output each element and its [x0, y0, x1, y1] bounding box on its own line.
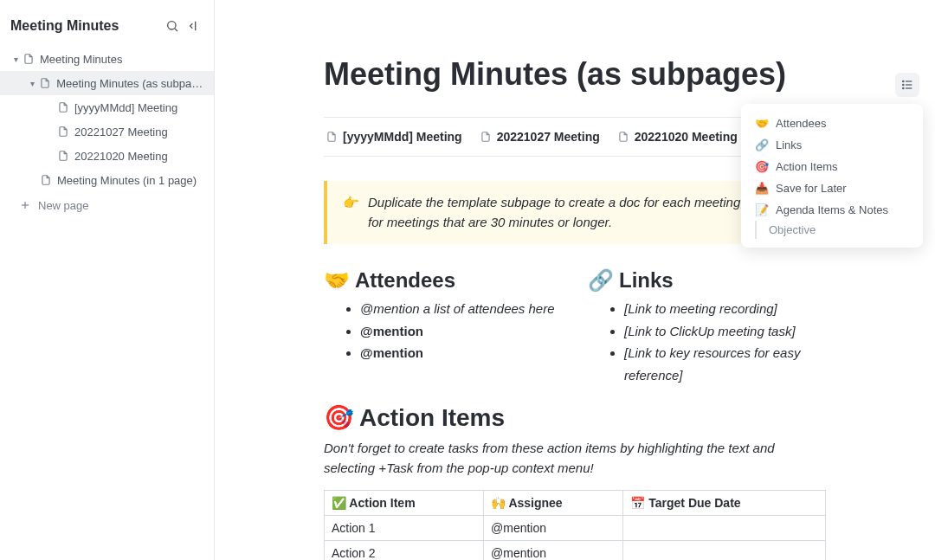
page-icon: [40, 174, 52, 186]
toggle-outline-button[interactable]: [895, 73, 919, 97]
list-item: @mention: [360, 342, 562, 364]
outline-subitem[interactable]: Objective: [755, 221, 918, 239]
sidebar-item[interactable]: ▾Meeting Minutes (as subpages): [0, 71, 214, 95]
chevron-icon[interactable]: ▾: [9, 55, 23, 64]
target-icon: 🎯: [324, 403, 354, 432]
action-items-heading: 🎯 Action Items: [324, 403, 826, 432]
page-tree: ▾Meeting Minutes▾Meeting Minutes (as sub…: [0, 47, 214, 192]
page-icon: [57, 101, 69, 113]
links-heading: 🔗 Links: [588, 268, 826, 293]
page-icon: [57, 150, 69, 162]
table-header-row: ✅ Action Item🙌 Assignee📅 Target Due Date: [325, 491, 826, 516]
search-icon[interactable]: [162, 16, 183, 36]
document-content: Meeting Minutes (as subpages) [yyyyMMdd]…: [306, 0, 843, 560]
handshake-icon: 🤝: [324, 268, 350, 293]
outline-item[interactable]: 📥Save for Later: [746, 177, 918, 199]
subpage-label: 20221020 Meeting: [635, 130, 738, 144]
sidebar-item-label: 20221020 Meeting: [74, 150, 168, 163]
chevron-icon[interactable]: ▾: [26, 79, 39, 88]
collapse-sidebar-icon[interactable]: [183, 16, 203, 36]
sidebar-item-label: Meeting Minutes (as subpages): [56, 77, 205, 90]
svg-point-9: [903, 80, 904, 81]
page-icon: [326, 131, 338, 143]
svg-point-10: [903, 84, 904, 85]
outline-emoji-icon: 🤝: [755, 117, 769, 130]
svg-point-11: [903, 87, 904, 88]
list-item: [Link to ClickUp meeting task]: [624, 320, 826, 343]
plus-icon: [19, 199, 31, 211]
page-icon: [57, 126, 69, 138]
list-item: [Link to key resources for easy referenc…: [624, 342, 826, 386]
outline-panel: 🤝Attendees🔗Links🎯Action Items📥Save for L…: [741, 104, 923, 248]
table-header-cell: 📅 Target Due Date: [623, 491, 826, 516]
subpage-label: [yyyyMMdd] Meeting: [343, 130, 462, 144]
page-icon: [617, 131, 629, 143]
attendees-list: @mention a list of attendees here@mentio…: [324, 298, 562, 364]
links-column: 🔗 Links [Link to meeting recording][Link…: [588, 268, 826, 386]
page-icon: [23, 53, 35, 65]
attendees-heading: 🤝 Attendees: [324, 268, 562, 293]
sidebar-item-label: Meeting Minutes (in 1 page): [57, 174, 197, 187]
outline-item[interactable]: 🔗Links: [746, 134, 918, 156]
outline-item[interactable]: 📝Agenda Items & Notes: [746, 199, 918, 221]
main: 🤝Attendees🔗Links🎯Action Items📥Save for L…: [215, 0, 935, 560]
svg-line-1: [175, 29, 177, 31]
links-list: [Link to meeting recording][Link to Clic…: [588, 298, 826, 386]
sidebar-header: Meeting Minutes: [0, 9, 214, 47]
sidebar-item[interactable]: Meeting Minutes (in 1 page): [0, 168, 214, 192]
table-cell[interactable]: [623, 541, 826, 561]
outline-emoji-icon: 🎯: [755, 160, 769, 173]
two-column-section: 🤝 Attendees @mention a list of attendees…: [324, 268, 826, 386]
outline-label: Save for Later: [776, 182, 847, 195]
svg-point-0: [168, 22, 176, 29]
list-item: [Link to meeting recording]: [624, 298, 826, 320]
subpage-label: 20221027 Meeting: [497, 130, 600, 144]
sidebar-item[interactable]: ▾Meeting Minutes: [0, 47, 214, 71]
outline-label: Links: [776, 138, 802, 151]
list-item: @mention a list of attendees here: [360, 298, 562, 320]
table-cell[interactable]: @mention: [484, 541, 623, 561]
table-row: Action 2@mention: [325, 541, 826, 561]
link-icon: 🔗: [588, 268, 614, 293]
subpage-link[interactable]: 20221020 Meeting: [617, 130, 738, 144]
page-icon: [480, 131, 492, 143]
subpage-link[interactable]: [yyyyMMdd] Meeting: [326, 130, 462, 144]
workspace-title: Meeting Minutes: [10, 18, 162, 34]
table-row: Action 1@mention: [325, 516, 826, 541]
outline-item[interactable]: 🎯Action Items: [746, 156, 918, 177]
sidebar-item[interactable]: 20221020 Meeting: [0, 144, 214, 168]
table-cell[interactable]: Action 2: [325, 541, 484, 561]
subpage-link[interactable]: 20221027 Meeting: [480, 130, 600, 144]
table-cell[interactable]: [623, 516, 826, 541]
table-cell[interactable]: Action 1: [325, 516, 484, 541]
page-title: Meeting Minutes (as subpages): [324, 56, 826, 93]
sidebar-item[interactable]: [yyyyMMdd] Meeting: [0, 95, 214, 119]
outline-label: Agenda Items & Notes: [776, 203, 888, 216]
action-items-description: Don't forget to create tasks from these …: [324, 439, 826, 478]
sidebar-item-label: [yyyyMMdd] Meeting: [74, 101, 177, 114]
sidebar-item-label: 20221027 Meeting: [74, 126, 168, 138]
table-cell[interactable]: @mention: [484, 516, 623, 541]
pointer-icon: 👉: [343, 193, 359, 232]
sidebar-item-label: Meeting Minutes: [40, 53, 122, 66]
sidebar: Meeting Minutes ▾Meeting Minutes▾Meeting…: [0, 0, 215, 560]
outline-label: Attendees: [776, 117, 827, 130]
outline-emoji-icon: 📝: [755, 203, 769, 216]
new-page-button[interactable]: New page: [0, 192, 214, 218]
outline-emoji-icon: 📥: [755, 182, 769, 195]
table-header-cell: ✅ Action Item: [325, 491, 484, 516]
new-page-label: New page: [38, 199, 89, 212]
table-header-cell: 🙌 Assignee: [484, 491, 623, 516]
outline-label: Action Items: [776, 160, 838, 173]
outline-emoji-icon: 🔗: [755, 138, 769, 151]
outline-item[interactable]: 🤝Attendees: [746, 113, 918, 134]
attendees-column: 🤝 Attendees @mention a list of attendees…: [324, 268, 562, 386]
list-item: @mention: [360, 320, 562, 343]
action-items-table: ✅ Action Item🙌 Assignee📅 Target Due Date…: [324, 490, 826, 560]
sidebar-item[interactable]: 20221027 Meeting: [0, 119, 214, 144]
page-icon: [39, 77, 51, 89]
